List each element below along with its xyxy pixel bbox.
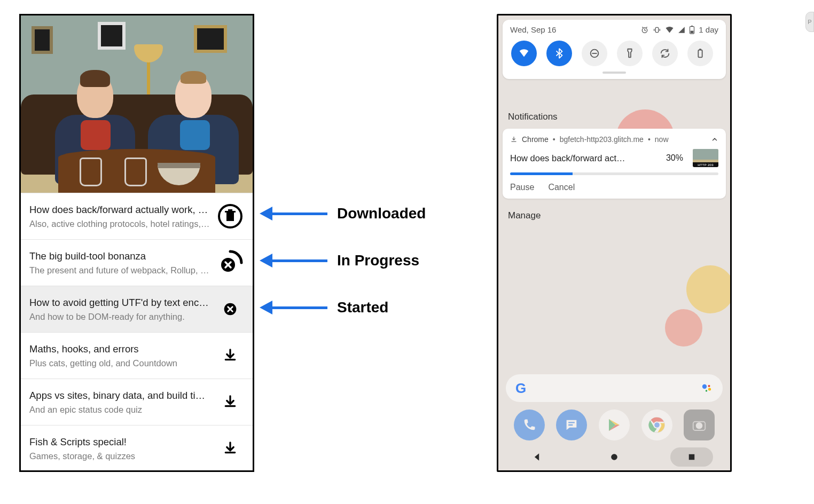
camera-app-icon[interactable] bbox=[684, 410, 715, 440]
episode-row[interactable]: How to avoid getting UTF'd by text encod… bbox=[21, 286, 253, 332]
vibrate-icon bbox=[653, 26, 661, 34]
back-icon bbox=[531, 452, 542, 462]
download-icon bbox=[222, 440, 238, 456]
notification-source: bgfetch-http203.glitch.me bbox=[560, 135, 644, 144]
episode-subtitle: Also, active clothing protocols, hotel r… bbox=[29, 219, 211, 229]
status-battery-text: 1 day bbox=[699, 25, 718, 34]
annotation-downloaded: Downloaded bbox=[260, 205, 426, 222]
chrome-app-icon[interactable] bbox=[641, 410, 672, 440]
delete-download-button[interactable] bbox=[217, 203, 243, 229]
episode-subtitle: Plus cats, getting old, and Countdown bbox=[29, 358, 211, 368]
alarm-icon bbox=[640, 26, 649, 34]
trash-icon bbox=[217, 203, 243, 229]
svg-rect-7 bbox=[656, 27, 659, 32]
battery-icon bbox=[689, 26, 695, 34]
battery-icon bbox=[694, 48, 706, 59]
episode-title: The big build-tool bonanza bbox=[29, 250, 211, 262]
wifi-icon bbox=[665, 26, 674, 34]
podcast-app-phone: How does back/forward actually work, an…… bbox=[19, 14, 254, 472]
notification-app: Chrome bbox=[522, 135, 549, 144]
episode-row[interactable]: Apps vs sites, binary data, and build ti… bbox=[21, 379, 253, 425]
qs-wifi-toggle[interactable] bbox=[511, 41, 537, 66]
svg-rect-13 bbox=[698, 50, 702, 58]
download-notification[interactable]: Chrome • bgfetch-http203.glitch.me • now… bbox=[503, 129, 726, 199]
svg-rect-9 bbox=[691, 26, 693, 27]
phone-app-icon[interactable] bbox=[514, 410, 545, 440]
wifi-icon bbox=[518, 48, 530, 59]
status-bar: Wed, Sep 16 1 day bbox=[510, 25, 718, 34]
assistant-icon[interactable] bbox=[700, 382, 713, 395]
episode-row[interactable]: Maths, hooks, and errors Plus cats, gett… bbox=[21, 332, 253, 379]
episode-title: Apps vs sites, binary data, and build ti… bbox=[29, 390, 211, 401]
episode-title: How to avoid getting UTF'd by text encod… bbox=[29, 297, 211, 309]
cancel-action[interactable]: Cancel bbox=[548, 183, 575, 192]
drag-handle[interactable] bbox=[602, 72, 626, 74]
download-icon bbox=[222, 348, 238, 364]
download-button[interactable] bbox=[217, 436, 243, 461]
progress-fill bbox=[510, 172, 573, 175]
chevron-up-icon[interactable] bbox=[711, 136, 718, 143]
notification-percent: 30% bbox=[666, 153, 683, 163]
qs-battery-saver-toggle[interactable] bbox=[687, 41, 713, 66]
qs-flashlight-toggle[interactable] bbox=[617, 41, 643, 66]
flashlight-icon bbox=[624, 48, 636, 59]
annotation-label: In Progress bbox=[337, 252, 419, 269]
rotate-icon bbox=[659, 48, 671, 59]
notification-title: How does back/forward act… bbox=[510, 153, 661, 163]
side-pill[interactable]: P bbox=[805, 12, 814, 32]
episode-row[interactable]: Fish & Scripts special! Games, storage, … bbox=[21, 425, 253, 471]
cancel-icon bbox=[221, 300, 239, 318]
qs-autorotate-toggle[interactable] bbox=[652, 41, 678, 66]
episode-row[interactable]: How does back/forward actually work, an…… bbox=[21, 193, 253, 239]
progress-bar bbox=[510, 172, 718, 175]
dnd-icon bbox=[589, 48, 600, 59]
manage-notifications-link[interactable]: Manage bbox=[503, 199, 726, 233]
android-notification-shade: Wed, Sep 16 1 day Notifications bbox=[497, 14, 732, 472]
annotation-in-progress: In Progress bbox=[260, 252, 419, 269]
qs-bluetooth-toggle[interactable] bbox=[546, 41, 572, 66]
episode-title: Fish & Scripts special! bbox=[29, 436, 211, 448]
quick-settings-panel: Wed, Sep 16 1 day bbox=[503, 20, 726, 79]
svg-rect-14 bbox=[699, 49, 701, 50]
notifications-section: Notifications Chrome • bgfetch-http203.g… bbox=[503, 106, 726, 233]
nav-back-button[interactable] bbox=[515, 447, 558, 467]
episode-text: Apps vs sites, binary data, and build ti… bbox=[29, 390, 217, 415]
annotation-label: Downloaded bbox=[337, 205, 426, 222]
episode-title: Maths, hooks, and errors bbox=[29, 343, 211, 355]
svg-point-15 bbox=[702, 384, 707, 389]
svg-point-18 bbox=[706, 390, 707, 391]
episode-subtitle: Games, storage, & quizzes bbox=[29, 451, 211, 461]
qs-dnd-toggle[interactable] bbox=[582, 41, 607, 66]
pause-action[interactable]: Pause bbox=[510, 183, 534, 192]
svg-point-23 bbox=[696, 422, 703, 429]
nav-home-button[interactable] bbox=[593, 447, 636, 467]
download-button[interactable] bbox=[217, 343, 243, 368]
episode-title: How does back/forward actually work, an… bbox=[29, 204, 211, 216]
progress-spinner-icon bbox=[217, 250, 243, 275]
cancel-download-button[interactable] bbox=[217, 250, 243, 275]
google-search-bar[interactable]: G bbox=[506, 374, 723, 402]
arrow-icon bbox=[260, 301, 272, 314]
episode-text: The big build-tool bonanza The present a… bbox=[29, 250, 217, 275]
episode-subtitle: And an epic status code quiz bbox=[29, 405, 211, 415]
play-store-icon[interactable] bbox=[599, 410, 630, 440]
svg-rect-3 bbox=[228, 209, 232, 211]
notifications-heading: Notifications bbox=[503, 106, 726, 129]
svg-point-16 bbox=[708, 385, 710, 387]
home-icon bbox=[609, 452, 620, 462]
cancel-download-button[interactable] bbox=[217, 296, 243, 322]
episode-text: Maths, hooks, and errors Plus cats, gett… bbox=[29, 343, 217, 368]
download-button[interactable] bbox=[217, 389, 243, 415]
nav-recents-button[interactable] bbox=[670, 447, 713, 467]
episode-text: How to avoid getting UTF'd by text encod… bbox=[29, 297, 217, 322]
messages-app-icon[interactable] bbox=[556, 410, 587, 440]
episode-row[interactable]: The big build-tool bonanza The present a… bbox=[21, 239, 253, 286]
svg-rect-26 bbox=[688, 454, 694, 460]
download-icon bbox=[222, 394, 238, 410]
home-dock bbox=[498, 410, 730, 440]
download-icon bbox=[510, 136, 518, 143]
episode-hero-image bbox=[21, 15, 253, 193]
cellular-icon bbox=[678, 26, 685, 34]
svg-rect-2 bbox=[225, 211, 236, 212]
episode-text: Fish & Scripts special! Games, storage, … bbox=[29, 436, 217, 461]
